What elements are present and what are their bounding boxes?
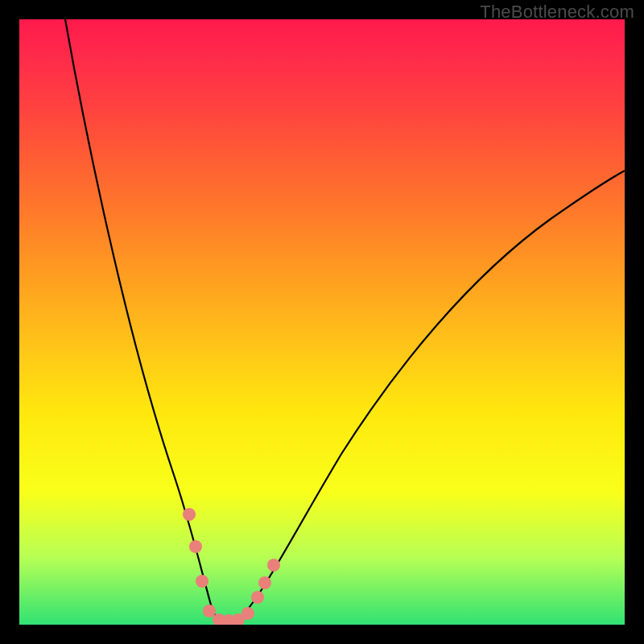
marker-bead	[242, 607, 254, 620]
marker-bead	[189, 540, 202, 553]
curve-left	[65, 19, 217, 619]
plot-area	[19, 19, 625, 625]
marker-bead	[203, 605, 216, 617]
marker-bead	[258, 576, 271, 589]
marker-bead	[183, 508, 196, 521]
chart-frame: TheBottleneck.com	[0, 0, 644, 644]
curve-right	[238, 171, 625, 620]
watermark-text: TheBottleneck.com	[480, 2, 634, 23]
marker-bead	[251, 591, 264, 604]
bottleneck-curve	[19, 19, 625, 625]
marker-bead	[196, 575, 208, 588]
marker-bead	[267, 559, 280, 572]
